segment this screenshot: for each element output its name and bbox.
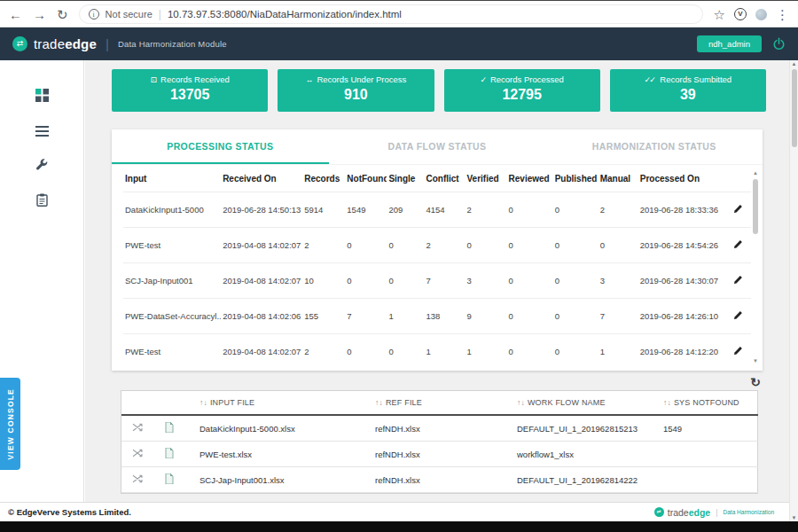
brand-name: tradeedge <box>34 36 97 51</box>
copyright-text: © EdgeVerve Systems Limited. <box>8 507 131 517</box>
shuffle-icon[interactable] <box>132 424 143 434</box>
column-header[interactable]: ↑↓WORK FLOW NAME <box>513 391 660 415</box>
cell: 4154 <box>424 192 465 228</box>
document-icon[interactable] <box>165 476 174 486</box>
footer-brand-sub: Data Harmonization <box>724 509 774 515</box>
scroll-down-icon[interactable]: ▼ <box>751 358 760 364</box>
taskbar-strip <box>0 521 798 532</box>
cell: 2 <box>302 228 345 263</box>
files-panel: ↑↓INPUT FILE↑↓REF FILE↑↓WORK FLOW NAME↑↓… <box>121 390 758 494</box>
footer-brand: ⇄ tradeedge | Data Harmonization <box>654 507 774 518</box>
sort-icon[interactable]: ↑↓ <box>517 398 525 407</box>
view-console-button[interactable]: VIEW CONSOLE <box>0 378 20 470</box>
cell: 0 <box>345 334 387 370</box>
edit-icon[interactable] <box>733 239 743 251</box>
wrench-icon[interactable] <box>35 159 48 175</box>
extension-v-icon[interactable]: V <box>734 8 747 20</box>
reload-icon[interactable]: ↻ <box>57 8 68 21</box>
stat-card-submitted: ✓✓ Records Sumbitted 39 <box>610 69 766 112</box>
sort-icon[interactable]: ↑↓ <box>375 398 383 407</box>
column-header[interactable]: ↑↓REF FILE <box>372 391 513 415</box>
cell: 0 <box>345 228 387 263</box>
cell: 3 <box>466 263 507 299</box>
extension-icon[interactable] <box>755 9 767 20</box>
forward-icon[interactable]: → <box>33 8 46 21</box>
processing-status-panel: PROCESSING STATUS DATA FLOW STATUS HARMO… <box>112 129 763 371</box>
cell-actions <box>732 299 751 334</box>
document-icon[interactable] <box>165 425 174 434</box>
cell-actions <box>732 228 751 263</box>
stat-label: Records Sumbitted <box>660 74 732 84</box>
cell: 0 <box>507 228 553 263</box>
column-header: Input <box>123 165 221 192</box>
page-scroll-up-icon[interactable]: ▲ <box>790 61 798 66</box>
edit-icon[interactable] <box>733 310 743 322</box>
stat-value: 13705 <box>112 87 268 103</box>
cell: 1 <box>387 299 424 334</box>
address-bar[interactable]: i Not secure | 10.73.97.53:8080/NiaDataH… <box>79 4 703 24</box>
column-header-empty <box>121 391 153 415</box>
column-header-empty <box>153 391 185 415</box>
cell: 0 <box>387 334 424 370</box>
browser-menu-icon[interactable]: ⋮ <box>776 8 789 21</box>
sort-icon[interactable]: ↑↓ <box>663 398 671 407</box>
dashboard-grid-icon[interactable] <box>35 89 49 106</box>
document-icon[interactable] <box>165 450 174 460</box>
stat-label: Records Processed <box>490 74 564 84</box>
cell: 7 <box>345 299 387 334</box>
clipboard-icon[interactable] <box>36 193 48 210</box>
screen: ← → ↻ i Not secure | 10.73.97.53:8080/Ni… <box>0 0 798 532</box>
stat-value: 12795 <box>444 87 600 103</box>
user-button[interactable]: ndh_admin <box>697 35 762 52</box>
cell: DEFAULT_UI_1_201962814222 <box>513 467 660 493</box>
cell-icon <box>121 415 153 442</box>
page-scrollbar-thumb[interactable] <box>792 69 797 147</box>
scroll-up-icon[interactable]: ▲ <box>751 170 760 176</box>
scrollbar-thumb[interactable] <box>753 179 758 234</box>
edit-icon[interactable] <box>733 346 743 357</box>
shuffle-icon[interactable] <box>132 450 143 459</box>
page-scroll-down-icon[interactable]: ▼ <box>790 515 798 520</box>
view-console-label: VIEW CONSOLE <box>6 388 15 460</box>
header-actions: ndh_admin <box>697 35 786 52</box>
url-separator: | <box>159 8 161 20</box>
records-submitted-icon: ✓✓ <box>645 75 654 84</box>
stat-value: 39 <box>610 87 766 103</box>
shuffle-icon[interactable] <box>132 475 143 485</box>
edit-icon[interactable] <box>733 275 743 286</box>
column-header: Received On <box>221 165 302 192</box>
cell: 0 <box>507 192 553 228</box>
table-scrollbar[interactable]: ▲ ▼ <box>751 170 760 364</box>
column-header[interactable]: ↑↓SYS NOTFOUND <box>660 391 758 415</box>
cell: 7 <box>598 299 638 334</box>
list-menu-icon[interactable] <box>35 124 49 140</box>
brand-circle-icon: ⇄ <box>12 36 27 51</box>
power-icon[interactable] <box>772 37 786 51</box>
cell: 0 <box>387 263 424 299</box>
info-icon[interactable]: i <box>89 9 99 20</box>
column-header[interactable]: ↑↓INPUT FILE <box>185 391 372 415</box>
back-icon[interactable]: ← <box>9 8 22 21</box>
cell: 0 <box>553 263 598 299</box>
page-scrollbar[interactable]: ▲ ▼ <box>789 60 798 521</box>
cell: 0 <box>598 228 638 263</box>
cell: 1549 <box>345 192 387 228</box>
brand-divider: | <box>106 36 109 51</box>
tab-data-flow-status[interactable]: DATA FLOW STATUS <box>329 129 546 164</box>
table-row: DataKickInput1-5000.xlsxrefNDH.xlsxDEFAU… <box>121 415 758 442</box>
files-header-row: ↑↓INPUT FILE↑↓REF FILE↑↓WORK FLOW NAME↑↓… <box>121 391 758 415</box>
cell: 9 <box>466 299 507 334</box>
stat-label: Records Under Process <box>317 74 406 84</box>
cell: 2 <box>466 192 507 228</box>
cell: 3 <box>598 263 638 299</box>
sort-icon[interactable]: ↑↓ <box>200 398 207 407</box>
tab-harmonization-status[interactable]: HARMONIZATION STATUS <box>545 129 763 164</box>
refresh-icon[interactable]: ↻ <box>750 375 761 389</box>
column-header: Single <box>387 165 424 192</box>
edit-icon[interactable] <box>733 204 743 215</box>
tab-processing-status[interactable]: PROCESSING STATUS <box>112 129 329 164</box>
cell-icon <box>121 442 153 467</box>
bookmark-star-icon[interactable]: ☆ <box>714 8 725 21</box>
url-text[interactable]: 10.73.97.53:8080/NiaDataHarmonization/in… <box>168 9 402 20</box>
cell: 1 <box>466 334 507 370</box>
